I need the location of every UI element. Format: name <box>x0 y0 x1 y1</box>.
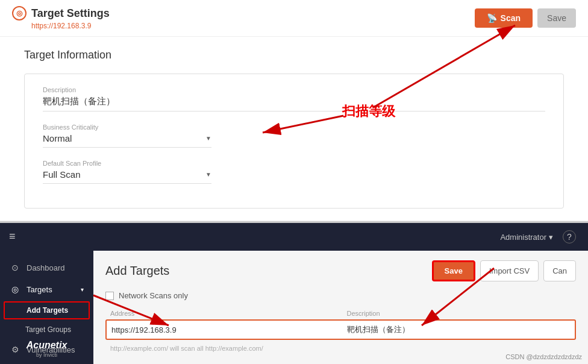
admin-menu[interactable]: Administrator ▾ <box>500 233 553 242</box>
help-button[interactable]: ? <box>563 230 576 243</box>
criticality-label: Business Criticality <box>43 124 545 131</box>
target-settings-modal: ◎ Target Settings https://192.168.3.9 📡 … <box>0 0 588 223</box>
sidebar-item-add-targets[interactable]: Add Targets <box>4 301 90 319</box>
hint-text: http://example.com/ will scan all http:/… <box>105 345 576 352</box>
main-actions: Save Import CSV Can <box>432 260 576 281</box>
watermark: CSDN @dzdzdzdzdzdzdz <box>505 353 582 360</box>
table-row: https://192.168.3.9 靶机扫描（备注） <box>105 319 576 340</box>
description-field: Description 靶机扫描（备注） <box>43 86 545 111</box>
modal-body: Target Information Description 靶机扫描（备注） … <box>0 37 588 221</box>
expand-icon: ▾ <box>81 286 84 293</box>
save-top-button[interactable]: Save <box>537 8 576 28</box>
modal-actions: 📡 Scan Save <box>475 8 576 28</box>
cancel-button[interactable]: Can <box>543 260 576 281</box>
profile-label: Default Scan Profile <box>43 160 545 167</box>
main-content: Add Targets Save Import CSV Can Network … <box>93 251 588 364</box>
profile-field: Default Scan Profile Full Scan ▼ <box>43 160 545 184</box>
wifi-icon: 📡 <box>487 13 497 23</box>
chevron-down-icon2: ▼ <box>205 171 211 178</box>
sidebar: ⊙ Dashboard ◎ Targets ▾ Add Targets Targ… <box>0 251 93 364</box>
modal-header: ◎ Target Settings https://192.168.3.9 📡 … <box>0 0 588 37</box>
targets-table-header: Address Description <box>105 307 576 319</box>
top-bar: ≡ Administrator ▾ ? <box>0 223 588 251</box>
address-column-header: Address <box>110 310 335 317</box>
brand-tagline: by Invicti <box>0 352 93 358</box>
criticality-field: Business Criticality Normal ▼ <box>43 124 545 148</box>
description-value: 靶机扫描（备注） <box>43 96 545 111</box>
dashboard-icon: ⊙ <box>10 263 20 272</box>
annotation-text: 扫描等级 <box>342 102 395 121</box>
save-main-button[interactable]: Save <box>432 260 475 281</box>
form-card: Description 靶机扫描（备注） Business Criticalit… <box>24 74 564 209</box>
main-header: Add Targets Save Import CSV Can <box>105 260 576 281</box>
network-scans-checkbox[interactable] <box>105 292 114 300</box>
hamburger-menu[interactable]: ≡ <box>9 230 16 243</box>
modal-subtitle: https://192.168.3.9 <box>31 22 110 30</box>
section-title: Target Information <box>24 49 564 61</box>
modal-title-area: ◎ Target Settings https://192.168.3.9 <box>12 6 110 30</box>
main-page-title: Add Targets <box>105 264 169 278</box>
chevron-down-icon: ▼ <box>205 135 211 142</box>
profile-select[interactable]: Full Scan ▼ <box>43 169 211 184</box>
targets-icon: ◎ <box>10 284 20 294</box>
description-label: Description <box>43 86 545 93</box>
criticality-select[interactable]: Normal ▼ <box>43 133 211 148</box>
import-csv-button[interactable]: Import CSV <box>480 260 539 281</box>
sidebar-item-targets[interactable]: ◎ Targets ▾ <box>0 278 93 300</box>
chevron-admin-icon: ▾ <box>549 233 553 242</box>
target-desc-cell: 靶机扫描（备注） <box>347 324 571 335</box>
target-address-cell: https://192.168.3.9 <box>111 325 335 334</box>
network-scans-row: Network Scans only <box>105 291 576 300</box>
target-icon: ◎ <box>12 6 27 20</box>
modal-title: ◎ Target Settings <box>12 6 110 20</box>
brand-area: Acunetix by Invicti <box>0 333 93 364</box>
sidebar-item-dashboard[interactable]: ⊙ Dashboard <box>0 257 93 278</box>
brand-logo: Acunetix <box>0 339 93 352</box>
description-column-header: Description <box>347 310 572 317</box>
bottom-section: ≡ Administrator ▾ ? ⊙ Dashboard ◎ Target… <box>0 223 588 364</box>
scan-button[interactable]: 📡 Scan <box>475 8 533 28</box>
